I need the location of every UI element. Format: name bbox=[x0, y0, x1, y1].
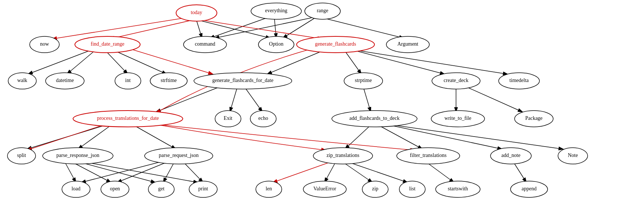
node-get: get bbox=[148, 181, 174, 197]
node-load: load bbox=[62, 181, 90, 197]
node-valueerror: ValueError bbox=[303, 181, 346, 197]
edge bbox=[230, 87, 237, 112]
node-split: split bbox=[7, 148, 36, 164]
node-range: range bbox=[305, 3, 340, 19]
node-append: append bbox=[511, 181, 548, 197]
node-generate-flashcards-label: generate_flashcards bbox=[315, 41, 356, 47]
edge bbox=[363, 87, 371, 112]
edge bbox=[378, 125, 423, 149]
edge-red bbox=[27, 125, 103, 150]
node-write-to-file-label: write_to_file bbox=[445, 115, 471, 121]
edge bbox=[81, 162, 159, 183]
edge bbox=[360, 51, 508, 74]
node-create-deck: create_deck bbox=[432, 73, 480, 89]
node-create-deck-label: create_deck bbox=[444, 78, 469, 83]
node-everything: everything bbox=[251, 3, 301, 19]
node-package-label: Package bbox=[525, 115, 543, 121]
edge-red bbox=[159, 125, 326, 150]
node-add-note-label: add_note bbox=[501, 153, 520, 158]
node-valueerror-label: ValueError bbox=[313, 186, 336, 191]
node-timedelta: timedelta bbox=[499, 73, 539, 89]
node-exit: Exit bbox=[215, 111, 241, 127]
node-startswith: startswith bbox=[436, 181, 480, 197]
node-add-flashcards-to-deck: add_flashcards_to_deck bbox=[332, 111, 417, 127]
node-strptime: strptime bbox=[344, 73, 383, 89]
node-generate-flashcards-for-date: generate_flashcards_for_date bbox=[194, 73, 292, 89]
edge bbox=[67, 51, 95, 74]
node-process-translations-for-date-label: process_translations_for_date bbox=[97, 115, 159, 121]
node-strftime: strftime bbox=[150, 73, 187, 89]
edge bbox=[467, 87, 523, 112]
edge bbox=[345, 51, 361, 74]
node-zip-translations: zip_translations bbox=[313, 148, 373, 164]
node-option: Option bbox=[258, 36, 294, 53]
node-parse-response-json: parse_response_json bbox=[43, 148, 113, 164]
edge-red bbox=[273, 162, 330, 183]
edge bbox=[156, 87, 219, 112]
node-zip-label: zip bbox=[372, 186, 378, 191]
node-len: len bbox=[256, 181, 282, 197]
node-walk: walk bbox=[8, 73, 36, 89]
node-open-label: open bbox=[110, 186, 120, 191]
node-echo: echo bbox=[250, 111, 276, 127]
edge bbox=[196, 20, 202, 38]
node-command: command bbox=[184, 36, 227, 53]
node-get-label: get bbox=[158, 186, 164, 191]
node-zip: zip bbox=[362, 181, 388, 197]
node-range-label: range bbox=[317, 8, 328, 13]
edge bbox=[356, 51, 445, 74]
edge bbox=[323, 18, 404, 38]
edge bbox=[106, 51, 128, 74]
edge bbox=[324, 162, 336, 183]
node-int-label: int bbox=[125, 78, 131, 83]
node-today: today bbox=[176, 5, 217, 21]
node-strptime-label: strptime bbox=[355, 78, 372, 83]
node-split-label: split bbox=[17, 153, 26, 158]
node-append-label: append bbox=[522, 186, 536, 191]
node-filter-translations: filter_translations bbox=[397, 148, 460, 164]
node-everything-label: everything bbox=[265, 8, 287, 13]
node-print-label: print bbox=[198, 186, 208, 191]
node-list-label: list bbox=[409, 186, 415, 191]
node-package: Package bbox=[515, 111, 553, 127]
edge bbox=[117, 162, 167, 183]
node-note-label: Note bbox=[568, 153, 578, 158]
edge bbox=[389, 125, 502, 149]
node-list: list bbox=[399, 181, 425, 197]
edge bbox=[267, 51, 323, 74]
edge bbox=[80, 162, 156, 183]
node-process-translations-for-date: process_translations_for_date bbox=[73, 111, 183, 127]
node-datetime: datetime bbox=[46, 73, 84, 89]
edge bbox=[133, 125, 176, 149]
node-parse-response-json-label: parse_response_json bbox=[56, 153, 99, 158]
node-startswith-label: startswith bbox=[448, 186, 468, 191]
node-now-label: now bbox=[40, 41, 49, 47]
node-load-label: load bbox=[72, 186, 80, 191]
node-find-date-range-label: find_date_range bbox=[91, 41, 125, 47]
edge bbox=[28, 51, 89, 74]
edge bbox=[426, 162, 454, 183]
node-echo-label: echo bbox=[258, 115, 268, 121]
node-today-label: today bbox=[191, 10, 202, 15]
node-argument-label: Argument bbox=[397, 41, 419, 47]
node-zip-translations-label: zip_translations bbox=[327, 153, 360, 158]
edge bbox=[513, 162, 526, 183]
node-generate-flashcards-for-date-label: generate_flashcards_for_date bbox=[212, 78, 274, 83]
edge bbox=[245, 87, 262, 112]
node-datetime-label: datetime bbox=[56, 78, 74, 83]
edge-red bbox=[52, 18, 185, 39]
node-timedelta-label: timedelta bbox=[509, 78, 529, 83]
node-now: now bbox=[30, 36, 59, 53]
node-print: print bbox=[189, 181, 217, 197]
node-filter-translations-label: filter_translations bbox=[410, 153, 447, 158]
node-open: open bbox=[101, 181, 129, 197]
edge bbox=[393, 125, 564, 149]
node-add-flashcards-to-deck-label: add_flashcards_to_deck bbox=[349, 115, 399, 121]
node-exit-label: Exit bbox=[224, 115, 232, 121]
edge-red bbox=[163, 125, 415, 150]
node-command-label: command bbox=[195, 41, 215, 47]
node-option-label: Option bbox=[269, 41, 284, 47]
node-find-date-range: find_date_range bbox=[75, 36, 140, 53]
graph-svg: today everything range now find_date_ran… bbox=[0, 0, 644, 200]
edge bbox=[274, 18, 276, 38]
